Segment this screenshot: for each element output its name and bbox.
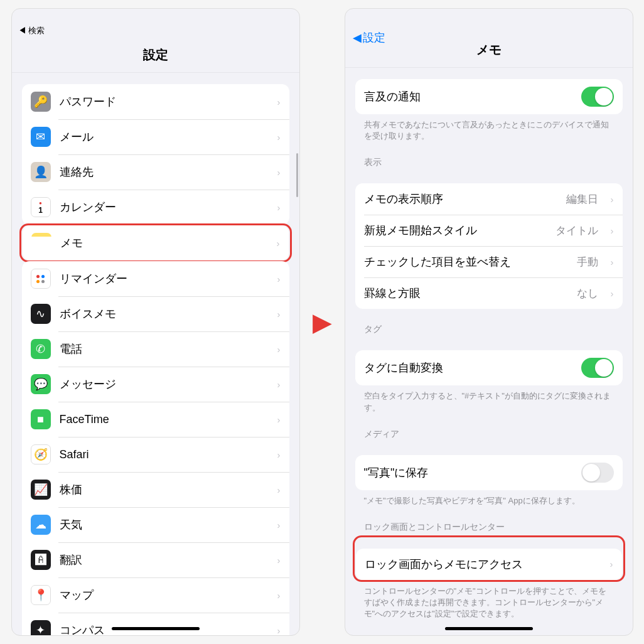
settings-row-compass[interactable]: ✦コンパス›	[22, 613, 289, 635]
settings-row-notes[interactable]: メモ›	[23, 225, 289, 260]
mention-footer: 共有メモであなたについて言及があったときにこのデバイスで通知を受け取ります。	[355, 114, 623, 142]
tag-footer: 空白をタイプ入力すると、"#テキスト"が自動的にタグに変換されます。	[355, 385, 623, 413]
mention-notification-row[interactable]: 言及の通知	[355, 79, 623, 114]
row-label: マップ	[60, 588, 265, 603]
chevron-right-icon: ›	[277, 555, 281, 566]
tag-toggle[interactable]	[581, 358, 614, 378]
chevron-right-icon: ›	[277, 202, 281, 213]
row-label: FaceTime	[60, 413, 265, 426]
settings-row-voice[interactable]: ∿ボイスメモ›	[22, 296, 289, 331]
chevron-right-icon: ›	[277, 132, 281, 142]
chevron-right-icon: ›	[277, 344, 281, 355]
row-label: Safari	[60, 448, 265, 461]
settings-row-calendar[interactable]: ●1カレンダー›	[22, 190, 289, 225]
row-label: チェックした項目を並べ替え	[364, 254, 568, 269]
mail-icon: ✉︎	[31, 127, 51, 147]
ft-icon: ■	[31, 409, 51, 429]
chevron-right-icon: ›	[277, 485, 281, 495]
back-to-search[interactable]: ◀ 検索	[12, 24, 299, 40]
settings-list: 🔑パスワード›✉︎メール›👤連絡先›●1カレンダー›メモ›リマインダー›∿ボイス…	[12, 73, 299, 635]
row-value: なし	[577, 286, 598, 301]
row-label: 天気	[60, 517, 265, 532]
page-title: 設定	[12, 46, 299, 63]
settings-row-safari[interactable]: 🧭Safari›	[22, 437, 289, 472]
settings-row-key[interactable]: 🔑パスワード›	[22, 84, 289, 119]
row-label: カレンダー	[60, 200, 265, 215]
weather-icon: ☁︎	[31, 515, 51, 535]
back-label: 設定	[363, 30, 385, 45]
display-section-header: 表示	[355, 142, 623, 172]
phone-icon: ✆	[31, 339, 51, 359]
key-icon: 🔑	[31, 92, 51, 112]
settings-row-weather[interactable]: ☁︎天気›	[22, 507, 289, 542]
page-title: メモ	[345, 41, 633, 58]
settings-row-translate[interactable]: 🅰翻訳›	[22, 542, 289, 577]
settings-row-phone[interactable]: ✆電話›	[22, 331, 289, 367]
lock-section-header: ロック画面とコントロールセンター	[355, 507, 623, 537]
chevron-right-icon: ›	[277, 274, 281, 284]
tag-section-header: タグ	[355, 309, 623, 339]
chevron-right-icon: ›	[277, 379, 281, 390]
notes-settings-list: 言及の通知 共有メモであなたについて言及があったときにこのデバイスで通知を受け取…	[345, 68, 633, 635]
back-button[interactable]: ◀ 設定	[353, 30, 385, 45]
settings-row-reminders[interactable]: リマインダー›	[22, 261, 289, 296]
voice-icon: ∿	[31, 304, 51, 324]
chevron-right-icon: ›	[277, 625, 281, 636]
chevron-right-icon: ›	[611, 225, 614, 236]
row-label: ボイスメモ	[60, 306, 265, 321]
chevron-right-icon: ›	[277, 590, 281, 601]
settings-row-msg[interactable]: 💬メッセージ›	[22, 367, 289, 402]
chevron-right-icon: ›	[611, 257, 614, 267]
contacts-icon: 👤	[31, 162, 51, 182]
chevron-right-icon: ›	[611, 288, 614, 299]
header: 設定	[12, 40, 299, 73]
status-bar	[12, 9, 299, 24]
lock-footer: コントロールセンターの"メモ"コントロールを押すことで、メモをすばやく作成または…	[355, 581, 623, 620]
photos-toggle[interactable]	[581, 463, 614, 483]
compass-icon: ✦	[31, 620, 51, 635]
chevron-right-icon: ›	[611, 194, 614, 205]
chevron-right-icon: ›	[277, 520, 281, 530]
row-value: 手動	[577, 255, 598, 269]
chevron-right-icon: ›	[277, 449, 281, 460]
row-value: タイトル	[555, 223, 598, 238]
reminders-icon	[31, 269, 51, 289]
chevron-right-icon: ›	[277, 238, 280, 249]
calendar-icon: ●1	[31, 197, 51, 217]
settings-row-mail[interactable]: ✉︎メール›	[22, 119, 289, 154]
chevron-left-icon: ◀	[353, 31, 362, 45]
save-to-photos-row[interactable]: "写真"に保存	[355, 455, 623, 490]
row-label: ロック画面からメモにアクセス	[365, 557, 598, 572]
row-label: パスワード	[60, 94, 265, 109]
notes-icon	[31, 233, 51, 253]
row-label: 翻訳	[60, 552, 265, 567]
row-label: タグに自動変換	[364, 360, 572, 375]
display-row[interactable]: メモの表示順序編集日›	[355, 183, 623, 215]
settings-row-stocks[interactable]: 📈株価›	[22, 472, 289, 507]
row-label: 罫線と方眼	[364, 286, 568, 301]
notes-settings-screen: ◀ 設定 メモ 言及の通知 共有メモであなたについて言及があったときにこのデバイ…	[345, 8, 633, 636]
display-row[interactable]: チェックした項目を並べ替え手動›	[355, 246, 623, 277]
mention-toggle[interactable]	[581, 87, 614, 107]
safari-icon: 🧭	[31, 444, 51, 464]
lock-screen-access-row[interactable]: ロック画面からメモにアクセス ›	[356, 549, 622, 580]
tag-auto-convert-row[interactable]: タグに自動変換	[355, 350, 623, 385]
notes-highlight: メモ›	[19, 223, 292, 262]
display-row[interactable]: 新規メモ開始スタイルタイトル›	[355, 215, 623, 246]
row-label: 株価	[60, 482, 265, 497]
status-bar	[345, 9, 633, 24]
display-row[interactable]: 罫線と方眼なし›	[355, 277, 623, 309]
row-label: リマインダー	[60, 271, 265, 286]
settings-row-ft[interactable]: ■FaceTime›	[22, 402, 289, 437]
row-label: 新規メモ開始スタイル	[364, 223, 547, 238]
row-label: メモ	[60, 235, 264, 250]
row-label: 電話	[60, 341, 265, 357]
settings-row-contacts[interactable]: 👤連絡先›	[22, 154, 289, 190]
settings-row-maps[interactable]: 📍マップ›	[22, 577, 289, 613]
row-value: 編集日	[566, 192, 598, 207]
scrollbar[interactable]	[296, 153, 298, 197]
row-label: メール	[60, 129, 265, 144]
chevron-right-icon: ›	[277, 309, 281, 319]
home-indicator[interactable]	[112, 627, 200, 630]
home-indicator[interactable]	[445, 627, 533, 630]
